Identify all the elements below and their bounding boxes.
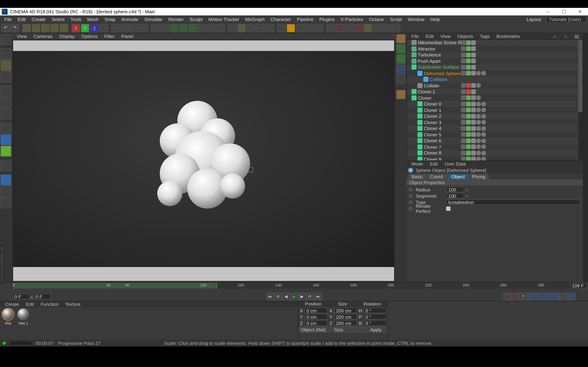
object-name[interactable]: Cloner 7 (424, 144, 582, 150)
redo-button[interactable]: ↷ (10, 24, 19, 32)
vp-menu-options[interactable]: Options (79, 34, 100, 39)
tag-icon[interactable] (461, 138, 466, 143)
key-rot-button[interactable] (544, 293, 551, 300)
points-mode-button[interactable] (0, 86, 11, 97)
tag-icon[interactable] (471, 108, 476, 112)
menu-xparticles[interactable]: X-Particles (338, 17, 366, 22)
coord-input[interactable]: 0 cm (305, 320, 328, 326)
tag-icon[interactable] (466, 120, 471, 125)
object-manager-tree[interactable]: Nikomedias Scene Rig ProAttractorTurbule… (406, 39, 583, 161)
null-button[interactable] (151, 24, 160, 32)
tree-row[interactable]: Cloner 5 (407, 132, 583, 138)
tree-row[interactable]: Cloner 2 (407, 113, 583, 119)
radius-input[interactable]: 100 cm (446, 187, 464, 192)
tag-icon[interactable] (461, 114, 466, 119)
planar-workplane-button[interactable] (0, 175, 11, 185)
om-menu-objects[interactable]: Objects (455, 34, 476, 39)
coord-input[interactable]: 200 cm (334, 314, 357, 319)
segments-input[interactable]: 100 (446, 193, 464, 199)
plugin-button-4[interactable] (305, 24, 314, 32)
mat-menu-edit[interactable]: Edit (23, 302, 36, 307)
tag-icon[interactable] (466, 126, 471, 131)
menu-select[interactable]: Select (49, 17, 67, 22)
palette-subdiv-button[interactable] (396, 44, 406, 53)
tool-button-1[interactable] (228, 24, 237, 32)
object-name[interactable]: Push Apart (418, 58, 583, 64)
render-pv-button[interactable] (130, 24, 138, 32)
tag-icon[interactable] (481, 132, 486, 137)
palette-deform-button[interactable] (396, 65, 406, 74)
tag-icon[interactable] (471, 47, 476, 51)
tag-icon[interactable] (471, 83, 476, 88)
tag-icon[interactable] (461, 65, 466, 70)
tree-row[interactable]: Cloner 4 (407, 125, 583, 131)
plugin-button-3[interactable] (296, 24, 304, 32)
tag-icon[interactable] (471, 157, 476, 161)
plugin-button-5[interactable] (314, 24, 323, 32)
tool-button-2[interactable] (247, 24, 255, 32)
tag-icon[interactable] (466, 114, 471, 119)
octane-button-2[interactable] (336, 24, 344, 32)
tag-icon[interactable] (461, 95, 466, 100)
tag-icon[interactable] (471, 53, 476, 57)
tag-icon[interactable] (466, 71, 471, 76)
tag-icon[interactable] (461, 157, 466, 161)
object-name[interactable]: Cloner 3 (424, 120, 582, 125)
coord-input[interactable]: 0 ° (364, 320, 387, 326)
coord-mode1-select[interactable]: Object (Rel) (299, 327, 331, 333)
tag-icon[interactable] (471, 120, 476, 125)
tag-icon[interactable] (481, 157, 486, 161)
tree-row[interactable]: Collision (407, 76, 583, 83)
edges-mode-button[interactable] (0, 97, 11, 108)
tag-icon[interactable] (471, 138, 476, 143)
object-name[interactable]: Cloner 4 (424, 126, 582, 131)
om-menu-view[interactable]: View (438, 34, 453, 39)
om-search-icon[interactable]: ⌕ (551, 33, 559, 39)
menu-snap[interactable]: Snap (102, 17, 118, 22)
goto-end-button[interactable]: ⏭ (314, 293, 322, 300)
object-name[interactable]: Collision (430, 77, 582, 82)
texture-mode-button[interactable] (0, 60, 11, 71)
menu-animate[interactable]: Animate (119, 17, 141, 22)
object-name[interactable]: Turbulence (418, 52, 583, 58)
prev-key-button[interactable]: ⟲ (274, 293, 282, 300)
object-name[interactable]: Subdivision Surface (418, 65, 583, 70)
menu-render[interactable]: Render (166, 17, 186, 22)
menu-script[interactable]: Script (388, 17, 404, 22)
polygons-mode-button[interactable] (0, 108, 11, 119)
key-options-button[interactable]: ? (519, 293, 527, 300)
tag-icon[interactable] (471, 101, 476, 106)
axis-button[interactable] (0, 123, 11, 134)
tag-icon[interactable] (466, 144, 471, 149)
close-button[interactable]: ✕ (572, 8, 588, 16)
tree-row[interactable]: Push Apart (407, 58, 583, 64)
tag-icon[interactable] (481, 101, 486, 106)
tag-icon[interactable] (471, 40, 476, 45)
camera-button[interactable] (207, 24, 216, 32)
tag-icon[interactable] (466, 59, 471, 63)
tag-icon[interactable] (466, 65, 471, 70)
timeline-ruler[interactable]: 05060100120140160180200220240260280300 (13, 283, 575, 289)
coord-input[interactable]: 0 ° (364, 314, 387, 319)
am-menu-mode[interactable]: Mode (409, 161, 426, 166)
coord-system-button[interactable] (99, 24, 108, 32)
material-slot[interactable]: Mat (1, 309, 15, 339)
maximize-button[interactable]: ☐ (556, 8, 572, 16)
tag-icon[interactable] (476, 95, 481, 100)
start2-frame-input[interactable]: 0 F (34, 294, 51, 300)
layout-select[interactable]: Tutorials (User) (546, 16, 587, 23)
deformer-button[interactable] (188, 24, 197, 32)
tree-row[interactable]: Cloner 7 (407, 144, 583, 150)
tree-row[interactable]: Attractor (407, 46, 583, 52)
select-tool-button[interactable] (22, 24, 31, 32)
render-view-button[interactable] (111, 24, 120, 32)
tag-icon[interactable] (461, 132, 466, 137)
object-name[interactable]: Cloner 9 (424, 157, 582, 161)
next-key-button[interactable]: ⟳ (306, 293, 314, 300)
vp-menu-view[interactable]: View (14, 34, 29, 39)
object-name[interactable]: Cloner 5 (424, 132, 582, 137)
tag-icon[interactable] (466, 83, 471, 88)
menu-edit[interactable]: Edit (15, 17, 28, 22)
tag-icon[interactable] (481, 108, 486, 112)
tree-row[interactable]: Cloner 9 (407, 156, 583, 161)
